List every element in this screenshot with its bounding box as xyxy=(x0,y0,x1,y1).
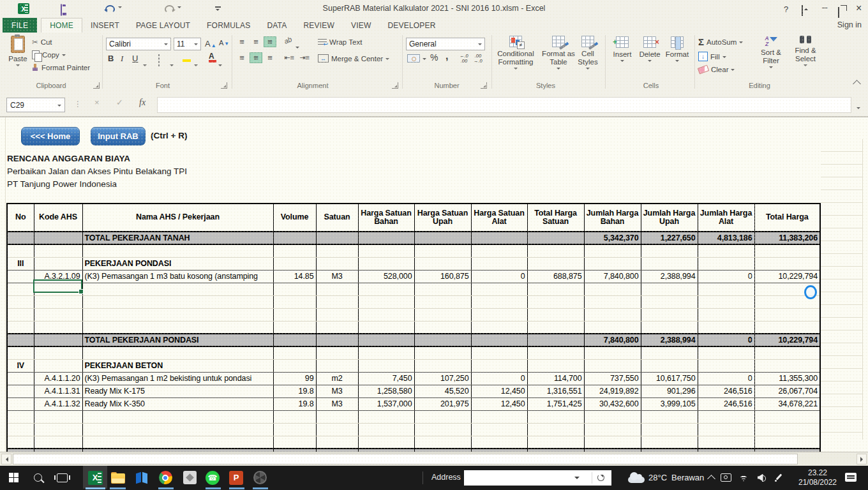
cell-no[interactable] xyxy=(7,346,34,359)
cell-jh_alat[interactable] xyxy=(698,359,754,372)
cell-no[interactable] xyxy=(7,436,34,449)
cell-total[interactable] xyxy=(754,410,820,423)
cell-no[interactable] xyxy=(7,321,34,334)
cell-jh_bahan[interactable]: 7,840,800 xyxy=(584,270,641,283)
cell-ths[interactable] xyxy=(527,283,584,295)
cell-hs_bahan[interactable]: 7,450 xyxy=(358,372,414,385)
address-input[interactable] xyxy=(464,470,611,486)
tab-page-layout[interactable]: PAGE LAYOUT xyxy=(128,18,198,33)
cell-volume[interactable] xyxy=(273,308,316,321)
cell-no[interactable] xyxy=(7,385,34,397)
font-dialog-launcher[interactable] xyxy=(221,82,227,89)
expand-formula-bar-button[interactable] xyxy=(857,107,860,111)
cell-jh_bahan[interactable]: 30,432,600 xyxy=(584,397,641,410)
cell-jh_bahan[interactable] xyxy=(584,436,641,449)
cell-hs_alat[interactable]: 12,450 xyxy=(471,385,527,397)
cell-jh_upah[interactable] xyxy=(641,410,698,423)
cell-jh_bahan[interactable] xyxy=(584,321,641,334)
align-left-button[interactable]: ≡ xyxy=(236,52,248,63)
cell-ths[interactable] xyxy=(527,244,584,257)
cell-jh_alat[interactable]: 0 xyxy=(698,372,754,385)
cell-kode[interactable] xyxy=(34,257,82,270)
name-box[interactable]: C29 xyxy=(6,98,65,112)
format-cells-button[interactable]: Format xyxy=(663,36,691,63)
cell-satuan[interactable] xyxy=(316,257,358,270)
cell-hs_upah[interactable] xyxy=(414,321,471,334)
cell-satuan[interactable] xyxy=(316,308,358,321)
clipboard-dialog-launcher[interactable] xyxy=(93,82,100,89)
cell-volume[interactable]: 19.8 xyxy=(273,385,316,397)
cell-satuan[interactable] xyxy=(316,283,358,295)
percent-style-button[interactable]: % xyxy=(430,52,438,63)
cell-hs_bahan[interactable] xyxy=(358,334,414,346)
taskbar-chrome[interactable] xyxy=(153,467,177,488)
cell-hs_alat[interactable]: 0 xyxy=(471,372,527,385)
cell-volume[interactable] xyxy=(273,283,316,295)
tab-view[interactable]: VIEW xyxy=(343,18,379,33)
cell-jh_upah[interactable] xyxy=(641,308,698,321)
cell-kode[interactable] xyxy=(34,410,82,423)
cell-jh_upah[interactable] xyxy=(641,423,698,436)
cell-no[interactable] xyxy=(7,334,34,346)
cell-jh_upah[interactable] xyxy=(641,257,698,270)
cell-no[interactable] xyxy=(7,397,34,410)
tray-display-icon[interactable] xyxy=(717,467,734,488)
decrease-decimal-button[interactable]: .00→.0 xyxy=(474,54,483,64)
cell-jh_alat[interactable] xyxy=(698,308,754,321)
tab-review[interactable]: REVIEW xyxy=(295,18,343,33)
cell-ths[interactable] xyxy=(527,257,584,270)
help-button[interactable]: ? xyxy=(784,4,788,14)
col-header-no[interactable]: No xyxy=(7,204,34,232)
find-select-button[interactable]: Find & Select xyxy=(790,36,821,67)
cell-hs_upah[interactable]: 45,520 xyxy=(414,385,471,397)
bold-button[interactable]: B xyxy=(108,54,114,63)
cell-jh_alat[interactable]: 246,516 xyxy=(698,385,754,397)
cell-styles-button[interactable]: Cell Styles xyxy=(573,36,602,70)
search-button[interactable] xyxy=(26,467,50,488)
number-dialog-launcher[interactable] xyxy=(481,82,487,89)
cell-total[interactable] xyxy=(754,359,820,372)
cell-hs_alat[interactable] xyxy=(471,359,527,372)
increase-decimal-button[interactable]: ←.0.00 xyxy=(460,54,468,64)
cell-nama[interactable]: TOTAL PEKERJAAN TANAH xyxy=(82,232,273,244)
format-as-table-button[interactable]: Format as Table xyxy=(540,36,577,70)
volume-icon[interactable] xyxy=(753,467,770,488)
clock[interactable]: 23.22 21/08/2022 xyxy=(790,468,845,487)
name-box-splitter[interactable]: ⋮ xyxy=(74,100,82,108)
tab-data[interactable]: DATA xyxy=(258,18,295,33)
cell-jh_upah[interactable] xyxy=(641,436,698,449)
cell-satuan[interactable]: M3 xyxy=(316,397,358,410)
cell-ths[interactable] xyxy=(527,423,584,436)
conditional-formatting-button[interactable]: ≠ Conditional Formatting xyxy=(495,36,536,70)
weather-temperature[interactable]: 28°C xyxy=(648,473,667,482)
cell-volume[interactable] xyxy=(273,436,316,449)
cell-total[interactable]: 11,383,206 xyxy=(754,232,820,244)
cell-hs_upah[interactable] xyxy=(414,334,471,346)
cell-hs_upah[interactable] xyxy=(414,295,471,308)
scrollbar-thumb[interactable] xyxy=(13,454,798,464)
cell-hs_upah[interactable]: 160,875 xyxy=(414,270,471,283)
cell-hs_bahan[interactable] xyxy=(358,232,414,244)
cell-hs_upah[interactable] xyxy=(414,423,471,436)
cell-ths[interactable]: 1,316,551 xyxy=(527,385,584,397)
cell-nama[interactable]: (K3) Pemasangan 1 m2 bekisting untuk pon… xyxy=(82,372,273,385)
cell-no[interactable] xyxy=(7,232,34,244)
cell-ths[interactable]: 114,700 xyxy=(527,372,584,385)
cell-no[interactable] xyxy=(7,372,34,385)
clear-button[interactable]: Clear xyxy=(698,66,735,73)
cell-nama[interactable] xyxy=(82,283,273,295)
cell-jh_bahan[interactable] xyxy=(584,308,641,321)
worksheet[interactable]: <<< Home Input RAB (Ctrl + R) RENCANA AN… xyxy=(0,117,868,452)
cell-hs_alat[interactable] xyxy=(471,257,527,270)
tab-home[interactable]: HOME xyxy=(41,18,82,33)
decrease-indent-button[interactable]: ⇤≡ xyxy=(283,52,296,63)
cell-no[interactable]: IV xyxy=(7,359,34,372)
cell-kode[interactable] xyxy=(34,321,82,334)
font-name-combo[interactable]: Calibri xyxy=(106,38,171,50)
cell-ths[interactable] xyxy=(527,295,584,308)
cell-satuan[interactable] xyxy=(316,346,358,359)
increase-indent-button[interactable]: ⇥≡ xyxy=(298,52,311,63)
cell-kode[interactable] xyxy=(34,346,82,359)
cell-kode[interactable] xyxy=(34,423,82,436)
cell-ths[interactable] xyxy=(527,334,584,346)
